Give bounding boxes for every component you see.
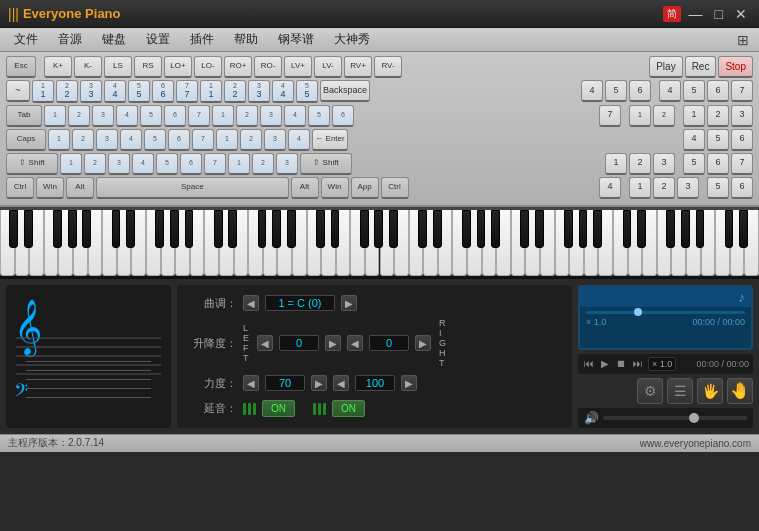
key-right-btn[interactable]: ▶: [341, 295, 357, 311]
black-key-1-0[interactable]: [112, 210, 121, 248]
black-key-0-3[interactable]: [53, 210, 62, 248]
black-key-2-4[interactable]: [272, 210, 281, 248]
key-i[interactable]: 1: [212, 105, 234, 127]
key-slash[interactable]: 3: [276, 153, 298, 175]
key-a[interactable]: 1: [48, 129, 70, 151]
key-h[interactable]: 6: [168, 129, 190, 151]
black-key-5-1[interactable]: [535, 210, 544, 248]
menu-master[interactable]: 大神秀: [324, 28, 380, 51]
black-key-6-3[interactable]: [666, 210, 675, 248]
key-lvplus[interactable]: LV+: [284, 56, 312, 78]
key-rbrace[interactable]: 5: [308, 105, 330, 127]
black-key-3-4[interactable]: [374, 210, 383, 248]
black-key-1-4[interactable]: [170, 210, 179, 248]
black-key-0-0[interactable]: [9, 210, 18, 248]
settings-btn[interactable]: ⚙: [637, 378, 663, 404]
key-b[interactable]: 5: [156, 153, 178, 175]
velocity-left-plus[interactable]: ▶: [311, 375, 327, 391]
black-key-0-4[interactable]: [68, 210, 77, 248]
key-tilde[interactable]: ~: [6, 80, 30, 102]
key-caps[interactable]: Caps: [6, 129, 46, 151]
velocity-right-minus[interactable]: ◀: [333, 375, 349, 391]
key-rc5[interactable]: 5: [707, 129, 729, 151]
key-rc4[interactable]: 4: [683, 129, 705, 151]
black-key-6-1[interactable]: [637, 210, 646, 248]
key-lominus[interactable]: LO-: [194, 56, 222, 78]
hand-left-btn[interactable]: 🖐: [697, 378, 723, 404]
key-r3[interactable]: 3: [731, 105, 753, 127]
pb-play-btn[interactable]: ▶: [599, 358, 611, 369]
key-p[interactable]: 3: [260, 105, 282, 127]
velocity-right-plus[interactable]: ▶: [401, 375, 417, 391]
rec-button[interactable]: Rec: [685, 56, 717, 78]
key-win-right[interactable]: Win: [321, 177, 349, 199]
black-key-0-5[interactable]: [82, 210, 91, 248]
key-t[interactable]: 5: [140, 105, 162, 127]
sustain-right-btn[interactable]: ON: [332, 400, 365, 417]
key-rs6[interactable]: 6: [707, 153, 729, 175]
key-r7b[interactable]: 7: [599, 105, 621, 127]
key-r7[interactable]: 7: [731, 80, 753, 102]
key-v[interactable]: 4: [132, 153, 154, 175]
transpose-left-plus[interactable]: ▶: [325, 335, 341, 351]
pb-next-btn[interactable]: ⏭: [631, 358, 645, 369]
stop-button[interactable]: Stop: [718, 56, 753, 78]
key-cb1[interactable]: 1: [629, 177, 651, 199]
key-cb2[interactable]: 2: [653, 177, 675, 199]
key-cb4[interactable]: 4: [599, 177, 621, 199]
key-w[interactable]: 2: [68, 105, 90, 127]
volume-slider[interactable]: [603, 416, 747, 420]
menu-sheet[interactable]: 钢琴谱: [268, 28, 324, 51]
key-rs1[interactable]: 1: [605, 153, 627, 175]
key-x[interactable]: 2: [84, 153, 106, 175]
key-j[interactable]: 7: [192, 129, 214, 151]
key-rominus[interactable]: RO-: [254, 56, 282, 78]
key-esc[interactable]: Esc: [6, 56, 36, 78]
black-key-4-1[interactable]: [433, 210, 442, 248]
sustain-left-btn[interactable]: ON: [262, 400, 295, 417]
key-period[interactable]: 2: [252, 153, 274, 175]
black-key-1-5[interactable]: [185, 210, 194, 248]
key-r[interactable]: 4: [116, 105, 138, 127]
black-key-5-4[interactable]: [579, 210, 588, 248]
black-key-4-0[interactable]: [418, 210, 427, 248]
key-r6b[interactable]: 6: [707, 80, 729, 102]
close-button[interactable]: ✕: [731, 6, 751, 22]
pb-prev-btn[interactable]: ⏮: [582, 358, 596, 369]
key-cb3[interactable]: 3: [677, 177, 699, 199]
key-semi[interactable]: 3: [264, 129, 286, 151]
black-key-3-0[interactable]: [316, 210, 325, 248]
key-enter[interactable]: ← Enter: [312, 129, 348, 151]
key-loplus[interactable]: LO+: [164, 56, 192, 78]
key-r2b[interactable]: 2: [707, 105, 729, 127]
key-5[interactable]: 55: [128, 80, 150, 103]
black-key-4-4[interactable]: [477, 210, 486, 248]
key-r4b[interactable]: 4: [659, 80, 681, 102]
key-lvminus[interactable]: LV-: [314, 56, 342, 78]
key-kminus[interactable]: K-: [74, 56, 102, 78]
key-rs5[interactable]: 5: [683, 153, 705, 175]
black-key-6-4[interactable]: [681, 210, 690, 248]
black-key-6-5[interactable]: [696, 210, 705, 248]
key-roplus[interactable]: RO+: [224, 56, 252, 78]
key-backslash[interactable]: 6: [332, 105, 354, 127]
black-key-2-3[interactable]: [258, 210, 267, 248]
key-r2[interactable]: 2: [653, 105, 675, 127]
key-m[interactable]: 7: [204, 153, 226, 175]
key-3b[interactable]: 33: [248, 80, 270, 103]
key-ctrl-left[interactable]: Ctrl: [6, 177, 34, 199]
key-backspace[interactable]: Backspace: [320, 80, 370, 102]
key-r6[interactable]: 6: [629, 80, 651, 102]
menu-plugins[interactable]: 插件: [180, 28, 224, 51]
black-key-2-0[interactable]: [214, 210, 223, 248]
transpose-right-plus[interactable]: ▶: [415, 335, 431, 351]
key-r1[interactable]: 1: [629, 105, 651, 127]
key-cb5[interactable]: 5: [707, 177, 729, 199]
key-alt-left[interactable]: Alt: [66, 177, 94, 199]
key-r4[interactable]: 4: [581, 80, 603, 102]
key-rc6[interactable]: 6: [731, 129, 753, 151]
key-4[interactable]: 44: [104, 80, 126, 103]
key-4b[interactable]: 44: [272, 80, 294, 103]
key-5b[interactable]: 55: [296, 80, 318, 103]
velocity-left-minus[interactable]: ◀: [243, 375, 259, 391]
